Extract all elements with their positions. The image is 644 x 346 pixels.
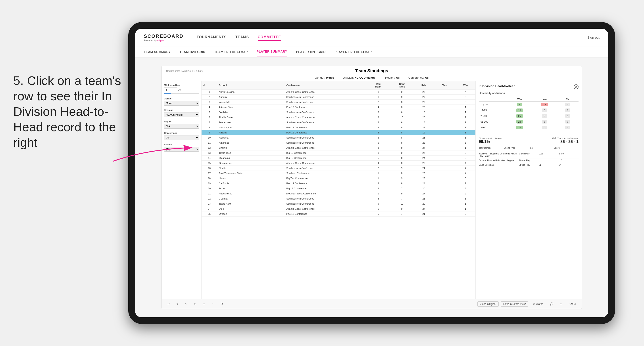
table-row[interactable]: 24 Duke Atlantic Coast Conference 5 9 27… <box>202 206 476 211</box>
grid-button[interactable]: ⊞ <box>192 302 198 307</box>
school-cell: Vanderbilt <box>217 100 284 105</box>
conf-rank-cell: 10 <box>390 115 414 120</box>
win-cell: 4 <box>456 166 476 171</box>
instruction-text: 5. Click on a team's row to see their In… <box>13 73 124 150</box>
table-row[interactable]: 8 Washington Pac-12 Conference 2 8 23 1 <box>202 125 476 130</box>
undo-button[interactable]: ↩ <box>165 302 172 307</box>
table-row[interactable]: 22 Georgia Southeastern Conference 8 7 2… <box>202 196 476 201</box>
reg-rank-cell: 1 <box>366 171 390 176</box>
tour-cell <box>434 156 456 161</box>
subnav-team-h2h-heatmap[interactable]: TEAM H2H HEATMAP <box>214 46 248 57</box>
comment-button[interactable]: 💬 <box>548 302 556 307</box>
layout-button[interactable]: ⊞ <box>558 302 564 307</box>
win-cell: 3 <box>456 130 476 135</box>
main-content: Update time: 27/03/2024 16:56:26 Team St… <box>135 57 608 317</box>
tour-cell <box>434 100 456 105</box>
conference-cell: Southeastern Conference <box>284 140 366 145</box>
table-row[interactable]: 18 Illinois Big Ten Conference 1 9 23 3 <box>202 176 476 181</box>
star-button[interactable]: ✦ <box>210 302 216 307</box>
record-value: 86 - 26 - 1 <box>552 139 578 144</box>
gender-select[interactable]: Men's <box>164 101 199 106</box>
tour-col-type: Event Type <box>504 147 529 149</box>
table-row[interactable]: 16 Florida Southeastern Conference 7 9 2… <box>202 166 476 171</box>
table-row[interactable]: 20 Texas Big 12 Conference 3 7 20 3 <box>202 186 476 191</box>
subnav-team-summary[interactable]: TEAM SUMMARY <box>144 46 170 57</box>
table-row[interactable]: 5 Ole Miss Southeastern Conference 3 6 1… <box>202 110 476 115</box>
conf-rank-cell: 9 <box>390 95 414 100</box>
slider-bar[interactable] <box>164 93 199 94</box>
h2h-tie: 0 <box>557 102 578 108</box>
tour-col-name: Tournament <box>479 147 504 149</box>
select-button[interactable]: ⊡ <box>201 302 207 307</box>
school-cell: Arizona State <box>217 105 284 110</box>
h2h-col-tie: Tie <box>557 97 578 102</box>
table-row[interactable]: 23 Texas A&M Southeastern Conference 9 1… <box>202 201 476 206</box>
reg-rank-cell: 1 <box>366 176 390 181</box>
redo-button[interactable]: ↺ <box>174 302 181 307</box>
rds-cell: 20 <box>414 161 434 166</box>
col-rank: # <box>202 81 217 89</box>
conference-cell: Big 12 Conference <box>284 151 366 156</box>
win-cell: 2 <box>456 181 476 186</box>
win-cell: 1 <box>456 206 476 211</box>
win-cell: 4 <box>456 171 476 176</box>
school-select[interactable]: (All) <box>164 147 199 152</box>
conf-rank-cell: 8 <box>390 135 414 140</box>
reg-rank-cell: 5 <box>366 130 390 135</box>
division-select[interactable]: NCAA Division I <box>164 112 199 117</box>
nav-teams[interactable]: TEAMS <box>236 34 249 41</box>
region-select[interactable]: N/A <box>164 124 199 129</box>
table-row[interactable]: 11 Arkansas Southeastern Conference 6 8 … <box>202 140 476 145</box>
rds-cell: 24 <box>414 181 434 186</box>
table-row[interactable]: 3 Vanderbilt Southeastern Conference 2 8… <box>202 100 476 105</box>
table-row[interactable]: 14 Oklahoma Big 12 Conference 5 8 24 2 <box>202 156 476 161</box>
table-row[interactable]: 19 California Pac-12 Conference 4 8 24 2 <box>202 181 476 186</box>
table-row[interactable]: 9 Arizona Pac-12 Conference 5 8 19 3 <box>202 130 476 135</box>
table-row[interactable]: 13 Texas Tech Big 12 Conference 1 9 27 2 <box>202 151 476 156</box>
watch-button[interactable]: 👁 Watch <box>530 302 546 307</box>
conference-select[interactable]: (All) <box>164 135 199 140</box>
save-custom-view-button[interactable]: Save Custom View <box>501 301 528 307</box>
nav-tournaments[interactable]: TOURNAMENTS <box>197 34 226 41</box>
h2h-loss: 8 <box>532 107 557 113</box>
table-row[interactable]: 17 East Tennessee State Southern Confere… <box>202 171 476 176</box>
share-button[interactable]: Share <box>566 302 578 307</box>
table-row[interactable]: 1 North Carolina Atlantic Coast Conferen… <box>202 89 476 95</box>
table-row[interactable]: 25 Oregon Pac-12 Conference 5 7 21 0 <box>202 211 476 216</box>
nav-committee[interactable]: COMMITTEE <box>258 34 281 41</box>
school-cell: Illinois <box>217 176 284 181</box>
table-row[interactable]: 6 Florida State Atlantic Coast Conferenc… <box>202 115 476 120</box>
table-row[interactable]: 15 Georgia Tech Atlantic Coast Conferenc… <box>202 161 476 166</box>
table-row[interactable]: 4 Arizona State Pac-12 Conference 4 8 26… <box>202 105 476 110</box>
h2h-range: Top 10 <box>479 102 507 108</box>
table-row[interactable]: 12 Virginia Atlantic Coast Conference 3 … <box>202 145 476 151</box>
table-row[interactable]: 10 Alabama Southeastern Conference 5 8 2… <box>202 135 476 140</box>
min-rounds-input[interactable] <box>164 87 177 92</box>
close-button[interactable]: ✕ <box>574 84 578 89</box>
sign-out-button[interactable]: Sign out <box>583 35 600 39</box>
table-area: # School Conference RegRank ConfRank Rds… <box>202 81 476 299</box>
filter-region: Region N/A <box>164 120 199 129</box>
h2h-col-loss: Loss <box>532 97 557 102</box>
conf-rank-cell: 9 <box>390 206 414 211</box>
conf-rank-cell: 6 <box>390 120 414 125</box>
subnav-team-h2h-grid[interactable]: TEAM H2H GRID <box>180 46 205 57</box>
table-row[interactable]: 21 New Mexico Mountain West Conference 1… <box>202 191 476 196</box>
view-original-button[interactable]: View: Original <box>478 301 499 307</box>
conference-cell: Southeastern Conference <box>284 100 366 105</box>
content-row: Minimum Rou... 20 Gender <box>162 81 582 299</box>
reg-rank-cell: 5 <box>366 156 390 161</box>
table-row[interactable]: 2 Auburn Southeastern Conference 1 9 27 … <box>202 95 476 100</box>
tour-cell <box>434 176 456 181</box>
subnav-player-summary[interactable]: PLAYER SUMMARY <box>257 46 287 57</box>
conf-rank-cell: 8 <box>390 130 414 135</box>
subnav-player-h2h-grid[interactable]: PLAYER H2H GRID <box>296 46 326 57</box>
rds-cell: 27 <box>414 151 434 156</box>
h2h-range: >100 <box>479 125 507 130</box>
table-row[interactable]: 7 Tennessee Southeastern Conference 4 6 … <box>202 120 476 125</box>
forward-button[interactable]: ↪ <box>183 302 190 307</box>
subnav-player-h2h-heatmap[interactable]: PLAYER H2H HEATMAP <box>334 46 372 57</box>
timer-button[interactable]: ⏱ <box>218 302 226 307</box>
col-conf-rank: ConfRank <box>390 81 414 89</box>
school-cell: Texas A&M <box>217 201 284 206</box>
